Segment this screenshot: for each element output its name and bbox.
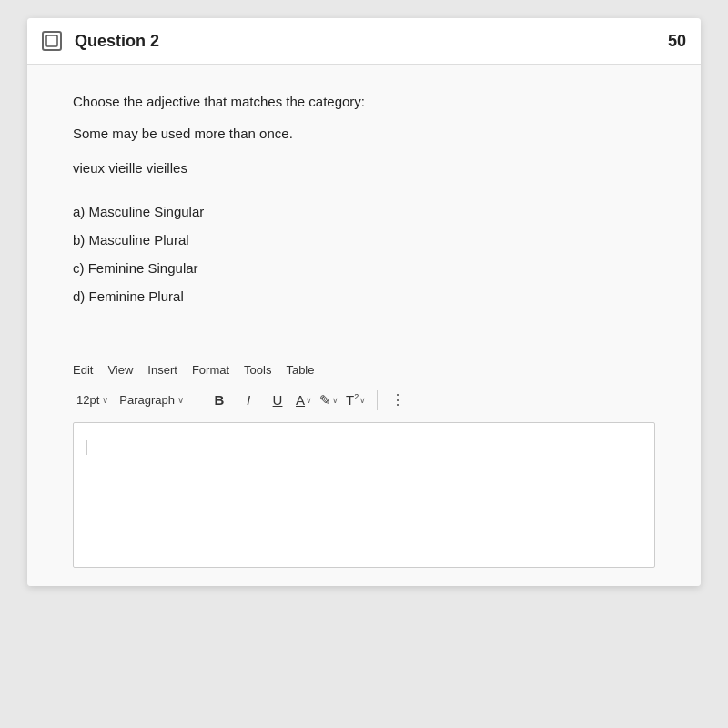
font-size-chevron-icon: ∨ [102, 395, 108, 405]
question-title: Question 2 [75, 32, 159, 51]
font-color-chevron-icon: ∨ [306, 396, 312, 405]
menu-item-edit[interactable]: Edit [73, 363, 93, 377]
editor-container: Edit View Insert Format Tools Table 12pt… [27, 356, 701, 586]
paragraph-style-chevron-icon: ∨ [177, 395, 184, 405]
text-editor-area[interactable]: | [73, 422, 655, 568]
italic-button[interactable]: I [236, 388, 261, 413]
page-container: Question 2 50 Choose the adjective that … [27, 18, 701, 586]
question-points: 50 [668, 32, 686, 51]
bold-button[interactable]: B [207, 388, 232, 413]
question-instruction: Choose the adjective that matches the ca… [73, 92, 655, 113]
font-color-label: A [296, 392, 305, 408]
adjectives-list: vieux vieille vieilles [73, 158, 655, 179]
question-checkbox-icon [42, 31, 62, 51]
font-size-value: 12pt [76, 393, 99, 407]
more-options-button[interactable]: ⋮ [387, 388, 409, 413]
font-color-button[interactable]: A ∨ [294, 390, 314, 410]
answer-options: a) Masculine Singular b) Masculine Plura… [73, 197, 655, 310]
font-size-dropdown[interactable]: 12pt ∨ [73, 391, 112, 409]
highlight-chevron-icon: ∨ [332, 396, 339, 405]
editor-cursor: | [85, 437, 88, 455]
answer-option-d: d) Feminine Plural [73, 282, 655, 310]
answer-option-a: a) Masculine Singular [73, 197, 655, 226]
highlight-button[interactable]: ✎ ∨ [318, 390, 340, 410]
highlight-label: ✎ [319, 392, 331, 409]
question-header: Question 2 50 [27, 18, 701, 65]
question-note: Some may be used more than once. [73, 124, 655, 145]
menu-item-view[interactable]: View [107, 363, 133, 377]
superscript-chevron-icon: ∨ [359, 396, 366, 405]
menu-item-table[interactable]: Table [286, 363, 314, 377]
superscript-label: T2 [346, 392, 359, 408]
superscript-button[interactable]: T2 ∨ [344, 390, 368, 410]
editor-toolbar: 12pt ∨ Paragraph ∨ B I U A ∨ [73, 382, 655, 419]
svg-rect-0 [46, 35, 57, 46]
editor-menubar: Edit View Insert Format Tools Table [73, 356, 655, 382]
paragraph-style-dropdown[interactable]: Paragraph ∨ [116, 391, 187, 409]
menu-item-insert[interactable]: Insert [147, 363, 177, 377]
menu-item-tools[interactable]: Tools [244, 363, 271, 377]
answer-option-c: c) Feminine Singular [73, 254, 655, 282]
toolbar-separator-1 [197, 390, 197, 410]
toolbar-separator-2 [377, 390, 378, 410]
underline-button[interactable]: U [265, 388, 290, 413]
answer-option-b: b) Masculine Plural [73, 226, 655, 254]
paragraph-style-value: Paragraph [119, 393, 175, 407]
menu-item-format[interactable]: Format [192, 363, 229, 377]
question-header-left: Question 2 [42, 31, 159, 51]
question-body: Choose the adjective that matches the ca… [27, 65, 701, 356]
